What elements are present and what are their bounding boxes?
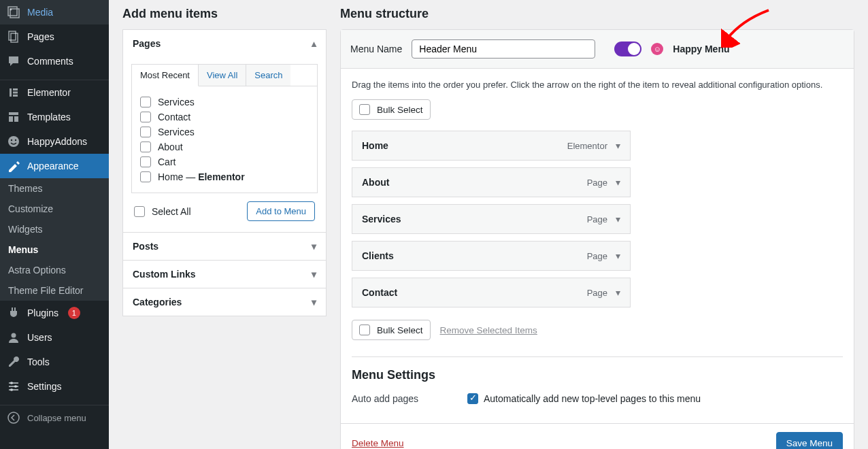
checkbox[interactable] [140, 171, 151, 182]
submenu-customize[interactable]: Customize [0, 199, 109, 219]
svg-rect-2 [11, 33, 18, 42]
submenu-themes[interactable]: Themes [0, 178, 109, 199]
svg-point-19 [10, 388, 13, 391]
acc-pages: Pages ▴ Most Recent View All Search Serv… [123, 30, 326, 233]
settings-icon [7, 380, 20, 393]
menu-item-row[interactable]: Clients Page ▾ [352, 241, 631, 271]
sidebar-label: Elementor [27, 87, 71, 98]
bulk-bottom-row: Bulk Select Remove Selected Items [352, 320, 843, 340]
sidebar-item-comments[interactable]: Comments [0, 49, 109, 73]
sidebar-item-settings[interactable]: Settings [0, 374, 109, 399]
chevron-down-icon[interactable]: ▾ [616, 214, 620, 224]
collapse-icon [7, 411, 20, 425]
admin-sidebar: Media Pages Comments Elementor Templates… [0, 0, 109, 449]
checkbox[interactable] [140, 97, 151, 107]
select-all-checkbox[interactable] [134, 206, 145, 217]
select-all-row[interactable]: Select All [134, 206, 191, 217]
checkbox[interactable] [140, 112, 151, 122]
collapse-menu-button[interactable]: Collapse menu [0, 405, 109, 430]
auto-add-label: Auto add pages [352, 393, 427, 404]
item-type: Page [587, 178, 607, 188]
chevron-down-icon: ▾ [312, 297, 316, 307]
chevron-up-icon: ▴ [312, 38, 316, 49]
page-checkbox-row[interactable]: About [140, 139, 309, 154]
page-label: Services [158, 97, 195, 107]
item-type: Elementor [567, 141, 607, 151]
sidebar-label: Templates [27, 112, 71, 122]
chevron-down-icon[interactable]: ▾ [616, 287, 620, 298]
item-title: Clients [362, 250, 587, 261]
sidebar-item-plugins[interactable]: Plugins 1 [0, 301, 109, 325]
chevron-down-icon[interactable]: ▾ [616, 140, 620, 151]
tab-view-all[interactable]: View All [199, 65, 246, 86]
sidebar-item-users[interactable]: Users [0, 325, 109, 350]
page-checkbox-row[interactable]: Services [140, 124, 309, 139]
sidebar-item-media[interactable]: Media [0, 0, 109, 24]
checkbox[interactable] [140, 127, 151, 137]
add-menu-items-column: Add menu items Pages ▴ Most Recent View … [122, 0, 327, 316]
auto-add-checkbox[interactable] [467, 393, 478, 404]
sidebar-label: HappyAddons [27, 136, 87, 147]
tab-most-recent[interactable]: Most Recent [132, 65, 199, 86]
submenu-menus[interactable]: Menus [0, 239, 109, 260]
acc-categories-header[interactable]: Categories ▾ [123, 288, 326, 316]
chevron-down-icon[interactable]: ▾ [616, 250, 620, 261]
add-items-accordion: Pages ▴ Most Recent View All Search Serv… [122, 29, 327, 316]
menu-item-row[interactable]: Contact Page ▾ [352, 278, 631, 307]
sidebar-label: Users [27, 332, 52, 343]
tab-search[interactable]: Search [246, 65, 290, 86]
sidebar-item-appearance[interactable]: Appearance [0, 154, 109, 178]
checkbox[interactable] [140, 142, 151, 152]
acc-custom-links-header[interactable]: Custom Links ▾ [123, 261, 326, 288]
svg-rect-5 [13, 92, 18, 94]
svg-rect-4 [13, 88, 18, 90]
submenu-theme-file-editor[interactable]: Theme File Editor [0, 280, 109, 301]
chevron-down-icon[interactable]: ▾ [616, 177, 620, 188]
sidebar-item-tools[interactable]: Tools [0, 350, 109, 374]
svg-rect-6 [13, 95, 18, 97]
sidebar-item-elementor[interactable]: Elementor [0, 80, 109, 105]
menu-body: Drag the items into the order you prefer… [341, 69, 854, 423]
save-menu-button[interactable]: Save Menu [776, 432, 843, 449]
page-checkbox-row[interactable]: Services [140, 95, 309, 110]
item-title: About [362, 177, 587, 188]
sidebar-item-pages[interactable]: Pages [0, 24, 109, 49]
elementor-icon [7, 86, 20, 99]
sidebar-label: Comments [27, 56, 73, 67]
bulk-select-top[interactable]: Bulk Select [352, 99, 431, 120]
acc-pages-header[interactable]: Pages ▴ [123, 30, 326, 57]
happy-menu-toggle[interactable] [614, 41, 641, 56]
delete-menu-link[interactable]: Delete Menu [352, 438, 404, 448]
acc-pages-title: Pages [133, 38, 161, 49]
svg-point-20 [8, 412, 19, 423]
bulk-select-checkbox[interactable] [359, 325, 370, 335]
sidebar-item-templates[interactable]: Templates [0, 105, 109, 129]
menu-name-input[interactable] [412, 39, 595, 59]
happy-menu-label: Happy Menu [673, 44, 729, 54]
menu-item-row[interactable]: Home Elementor ▾ [352, 131, 631, 161]
item-type: Page [587, 288, 607, 298]
menu-item-row[interactable]: Services Page ▾ [352, 204, 631, 234]
remove-selected-link[interactable]: Remove Selected Items [440, 325, 537, 335]
bulk-select-checkbox[interactable] [359, 104, 370, 115]
acc-posts-header[interactable]: Posts ▾ [123, 233, 326, 260]
submenu-widgets[interactable]: Widgets [0, 219, 109, 239]
add-to-menu-button[interactable]: Add to Menu [247, 201, 315, 221]
bulk-select-label: Bulk Select [377, 325, 423, 335]
page-label: Cart [158, 156, 176, 167]
submenu-astra-options[interactable]: Astra Options [0, 260, 109, 280]
checkbox[interactable] [140, 156, 151, 167]
acc-custom-links: Custom Links ▾ [123, 261, 326, 288]
sidebar-item-happyaddons[interactable]: HappyAddons [0, 129, 109, 154]
menu-name-label: Menu Name [350, 44, 402, 54]
auto-add-text: Automatically add new top-level pages to… [484, 393, 701, 404]
auto-add-checkbox-row[interactable]: Automatically add new top-level pages to… [467, 393, 701, 404]
svg-rect-8 [9, 116, 13, 122]
page-checkbox-row[interactable]: Home — Elementor [140, 169, 309, 184]
menu-item-row[interactable]: About Page ▾ [352, 167, 631, 197]
comments-icon [7, 54, 20, 68]
sidebar-label: Appearance [27, 161, 79, 171]
page-checkbox-row[interactable]: Contact [140, 110, 309, 124]
bulk-select-bottom[interactable]: Bulk Select [352, 320, 431, 340]
page-checkbox-row[interactable]: Cart [140, 154, 309, 169]
